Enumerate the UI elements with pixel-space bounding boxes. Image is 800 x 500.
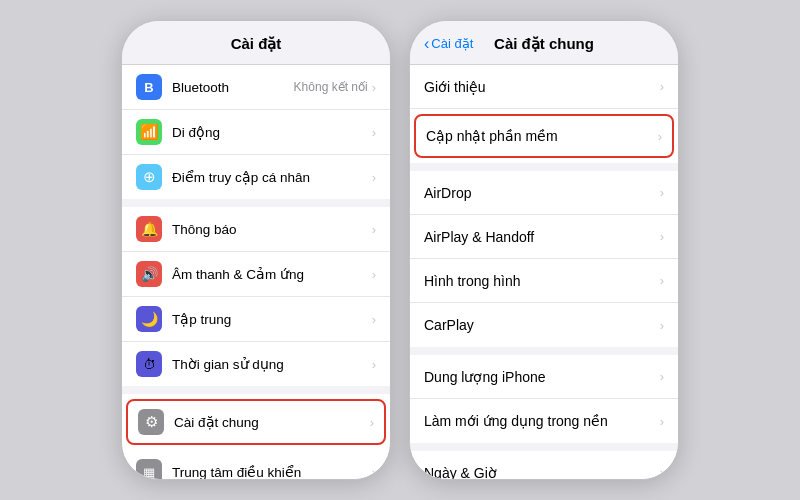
bluetooth-chevron: › [372,80,376,95]
right-item-update[interactable]: Cập nhật phần mềm › [414,114,674,158]
right-phone: ‹ Cài đặt Cài đặt chung Giới thiệu › Cập… [409,20,679,480]
right-item-airplay[interactable]: AirPlay & Handoff › [410,215,678,259]
list-item-screentime[interactable]: ⏱ Thời gian sử dụng › [122,342,390,386]
right-gap1 [410,163,678,171]
control-chevron: › [372,465,376,480]
phones-container: Cài đặt B Bluetooth Không kết nối › 📶 Di… [121,20,679,480]
bluetooth-value: Không kết nối [294,80,368,94]
focus-label: Tập trung [172,311,372,327]
right-gap3 [410,443,678,451]
list-item-mobile[interactable]: 📶 Di động › [122,110,390,155]
right-gap2 [410,347,678,355]
left-scroll[interactable]: B Bluetooth Không kết nối › 📶 Di động › … [122,65,390,479]
screentime-chevron: › [372,357,376,372]
gap2 [122,386,390,394]
list-item-bluetooth[interactable]: B Bluetooth Không kết nối › [122,65,390,110]
right-item-pip[interactable]: Hình trong hình › [410,259,678,303]
gap1 [122,199,390,207]
left-nav-bar: Cài đặt [122,21,390,65]
airplay-label: AirPlay & Handoff [424,229,660,245]
pip-label: Hình trong hình [424,273,660,289]
background-label: Làm mới ứng dụng trong nền [424,413,660,429]
sound-chevron: › [372,267,376,282]
screentime-label: Thời gian sử dụng [172,356,372,372]
right-nav-title: Cài đặt chung [494,35,594,53]
update-label: Cập nhật phần mềm [426,128,658,144]
list-item-control[interactable]: ▦ Trung tâm điều khiển › [122,450,390,479]
right-group1: Giới thiệu › Cập nhật phần mềm › [410,65,678,163]
right-scroll[interactable]: Giới thiệu › Cập nhật phần mềm › AirDrop [410,65,678,479]
right-nav-bar: ‹ Cài đặt Cài đặt chung [410,21,678,65]
right-item-airdrop[interactable]: AirDrop › [410,171,678,215]
left-group3: ⚙ Cài đặt chung › ▦ Trung tâm điều khiển… [122,394,390,479]
access-icon: ⊕ [136,164,162,190]
left-screen: Cài đặt B Bluetooth Không kết nối › 📶 Di… [122,21,390,479]
intro-chevron: › [660,79,664,94]
airplay-chevron: › [660,229,664,244]
carplay-label: CarPlay [424,317,660,333]
list-item-general[interactable]: ⚙ Cài đặt chung › [126,399,386,445]
bluetooth-label: Bluetooth [172,80,294,95]
right-screen: ‹ Cài đặt Cài đặt chung Giới thiệu › Cập… [410,21,678,479]
control-icon: ▦ [136,459,162,479]
right-group3: Dung lượng iPhone › Làm mới ứng dụng tro… [410,355,678,443]
list-item-access[interactable]: ⊕ Điểm truy cập cá nhân › [122,155,390,199]
right-group4: Ngày & Giờ › Bàn phím › Phông chữ › Ngôn… [410,451,678,479]
pip-chevron: › [660,273,664,288]
right-item-datetime[interactable]: Ngày & Giờ › [410,451,678,479]
mobile-label: Di động [172,124,372,140]
bluetooth-icon: B [136,74,162,100]
update-wrapper: Cập nhật phần mềm › [410,109,678,163]
control-label: Trung tâm điều khiển [172,464,372,479]
carplay-chevron: › [660,318,664,333]
storage-label: Dung lượng iPhone [424,369,660,385]
airdrop-chevron: › [660,185,664,200]
sound-icon: 🔊 [136,261,162,287]
general-icon: ⚙ [138,409,164,435]
notif-label: Thông báo [172,222,372,237]
focus-icon: 🌙 [136,306,162,332]
right-item-intro[interactable]: Giới thiệu › [410,65,678,109]
right-item-storage[interactable]: Dung lượng iPhone › [410,355,678,399]
back-label: Cài đặt [431,36,473,51]
airdrop-label: AirDrop [424,185,660,201]
intro-label: Giới thiệu [424,79,660,95]
left-group1: B Bluetooth Không kết nối › 📶 Di động › … [122,65,390,199]
list-item-focus[interactable]: 🌙 Tập trung › [122,297,390,342]
notif-icon: 🔔 [136,216,162,242]
back-chevron: ‹ [424,35,429,53]
list-item-notif[interactable]: 🔔 Thông báo › [122,207,390,252]
datetime-label: Ngày & Giờ [424,465,660,480]
mobile-chevron: › [372,125,376,140]
right-item-carplay[interactable]: CarPlay › [410,303,678,347]
mobile-icon: 📶 [136,119,162,145]
sound-label: Âm thanh & Cảm ứng [172,266,372,282]
access-label: Điểm truy cập cá nhân [172,169,372,185]
update-chevron: › [658,129,662,144]
access-chevron: › [372,170,376,185]
focus-chevron: › [372,312,376,327]
left-group2: 🔔 Thông báo › 🔊 Âm thanh & Cảm ứng › 🌙 T… [122,207,390,386]
general-label: Cài đặt chung [174,414,370,430]
right-group2: AirDrop › AirPlay & Handoff › Hình trong… [410,171,678,347]
storage-chevron: › [660,369,664,384]
background-chevron: › [660,414,664,429]
notif-chevron: › [372,222,376,237]
screentime-icon: ⏱ [136,351,162,377]
list-item-sound[interactable]: 🔊 Âm thanh & Cảm ứng › [122,252,390,297]
right-item-background[interactable]: Làm mới ứng dụng trong nền › [410,399,678,443]
datetime-chevron: › [660,465,664,479]
left-nav-title: Cài đặt [231,35,282,53]
back-button[interactable]: ‹ Cài đặt [424,35,473,53]
general-chevron: › [370,415,374,430]
left-phone: Cài đặt B Bluetooth Không kết nối › 📶 Di… [121,20,391,480]
